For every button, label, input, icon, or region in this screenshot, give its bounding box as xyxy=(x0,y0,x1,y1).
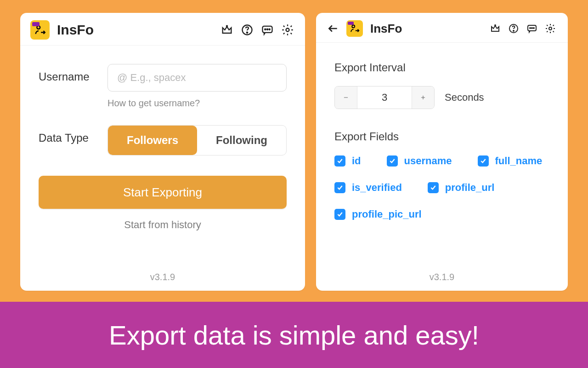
field-checkbox-profile-pic-url[interactable]: profile_pic_url xyxy=(334,208,422,220)
app-logo xyxy=(346,20,363,37)
svg-point-7 xyxy=(269,29,270,30)
field-checkbox-id[interactable]: id xyxy=(334,155,361,167)
svg-point-9 xyxy=(352,25,355,28)
svg-point-0 xyxy=(37,26,40,29)
field-label: profile_pic_url xyxy=(352,208,422,220)
app-title: InsFo xyxy=(370,22,402,36)
start-from-history-link[interactable]: Start from history xyxy=(39,219,287,231)
checkbox-checked-icon xyxy=(334,182,345,193)
field-checkbox-is-verified[interactable]: is_verified xyxy=(334,182,402,194)
svg-point-12 xyxy=(513,30,514,31)
svg-point-14 xyxy=(530,28,531,29)
back-button[interactable] xyxy=(326,22,340,35)
promo-banner-text: Export data is simple and easy! xyxy=(109,320,479,351)
crown-icon[interactable] xyxy=(220,23,234,37)
app-title: InsFo xyxy=(57,22,94,38)
svg-point-16 xyxy=(533,28,534,29)
segment-followers[interactable]: Followers xyxy=(108,126,197,155)
minus-icon xyxy=(343,94,349,101)
checkbox-checked-icon xyxy=(428,182,439,193)
svg-point-5 xyxy=(265,29,266,30)
field-checkbox-full-name[interactable]: full_name xyxy=(478,155,543,167)
header: InsFo xyxy=(316,13,568,43)
gear-icon[interactable] xyxy=(543,21,558,36)
field-checkbox-profile-url[interactable]: profile_url xyxy=(428,182,495,194)
field-label: is_verified xyxy=(352,182,402,194)
svg-point-15 xyxy=(531,28,532,29)
export-interval-title: Export Interval xyxy=(334,61,549,74)
version-label: v3.1.9 xyxy=(334,272,549,291)
feedback-icon[interactable] xyxy=(260,23,275,37)
field-label: full_name xyxy=(495,155,543,167)
checkbox-checked-icon xyxy=(334,155,345,167)
export-fields-title: Export Fields xyxy=(334,130,549,143)
help-icon[interactable] xyxy=(240,23,254,37)
datatype-segmented: Followers Following xyxy=(107,125,287,155)
person-export-icon xyxy=(350,23,360,34)
segment-following[interactable]: Following xyxy=(197,126,286,155)
svg-point-17 xyxy=(549,27,552,30)
interval-value: 3 xyxy=(357,86,412,109)
arrow-left-icon xyxy=(327,23,339,34)
start-exporting-button[interactable]: Start Exporting xyxy=(39,176,287,209)
help-icon[interactable] xyxy=(506,21,521,36)
svg-point-10 xyxy=(495,25,496,26)
plus-icon xyxy=(420,94,426,101)
feedback-icon[interactable] xyxy=(525,21,539,36)
field-label: username xyxy=(404,155,452,167)
settings-panel: InsFo Export Interval xyxy=(316,13,568,291)
header: InsFo xyxy=(20,13,305,46)
main-panel: InsFo Username xyxy=(20,13,305,291)
checkbox-checked-icon xyxy=(387,155,398,167)
svg-point-8 xyxy=(286,29,289,32)
username-input[interactable] xyxy=(107,64,287,92)
checkbox-checked-icon xyxy=(478,155,489,167)
interval-unit: Seconds xyxy=(445,92,484,104)
gear-icon[interactable] xyxy=(280,23,295,37)
svg-point-3 xyxy=(247,32,248,33)
checkbox-checked-icon xyxy=(334,209,345,220)
field-label: id xyxy=(352,155,361,167)
svg-point-6 xyxy=(267,29,268,30)
field-label: profile_url xyxy=(445,182,495,194)
stepper-increase-button[interactable] xyxy=(412,86,434,109)
svg-point-1 xyxy=(226,26,227,27)
promo-banner: Export data is simple and easy! xyxy=(0,302,588,368)
crown-icon[interactable] xyxy=(488,21,503,36)
interval-stepper: 3 xyxy=(334,86,435,109)
stepper-decrease-button[interactable] xyxy=(335,86,357,109)
datatype-label: Data Type xyxy=(39,125,107,144)
field-checkbox-username[interactable]: username xyxy=(387,155,452,167)
username-label: Username xyxy=(39,64,107,83)
version-label: v3.1.9 xyxy=(39,272,287,291)
username-hint-link[interactable]: How to get username? xyxy=(107,98,287,109)
app-logo xyxy=(30,20,50,40)
